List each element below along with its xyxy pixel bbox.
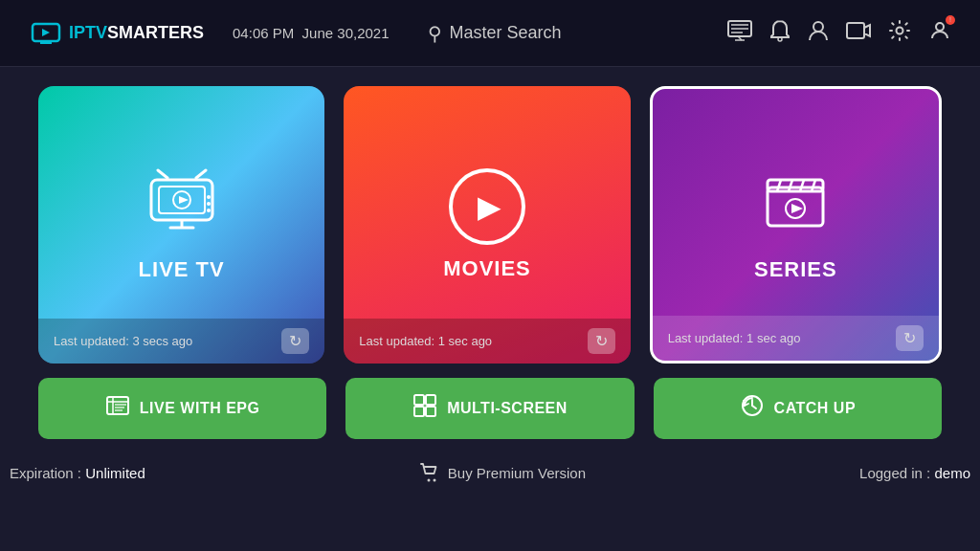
catch-up-button[interactable]: CATCH UP: [654, 378, 942, 439]
epg-icon[interactable]: [727, 20, 752, 47]
movies-card[interactable]: ▶ MOVIES Last updated: 1 sec ago ↻: [344, 86, 630, 364]
series-updated: Last updated: 1 sec ago: [668, 331, 801, 345]
svg-point-14: [897, 27, 903, 33]
catch-up-label: CATCH UP: [774, 400, 856, 417]
movies-footer: Last updated: 1 sec ago ↻: [344, 319, 630, 364]
cards-row: LIVE TV Last updated: 3 secs ago ↻ ▶ MOV…: [38, 86, 942, 364]
movies-refresh[interactable]: ↻: [588, 328, 615, 354]
svg-rect-12: [847, 23, 864, 38]
live-tv-footer: Last updated: 3 secs ago ↻: [38, 319, 324, 364]
footer: Expiration : Unlimited Buy Premium Versi…: [0, 462, 980, 483]
search-label: Master Search: [450, 23, 562, 43]
movies-updated: Last updated: 1 sec ago: [359, 334, 492, 348]
series-icon: [760, 168, 832, 246]
series-title: SERIES: [754, 257, 837, 282]
bottom-buttons-row: LIVE WITH EPG MULTI-SCREEN: [38, 378, 942, 439]
expiration-value: Unlimited: [85, 465, 145, 481]
svg-marker-34: [791, 204, 803, 213]
svg-marker-1: [42, 29, 50, 36]
multi-screen-button[interactable]: MULTI-SCREEN: [345, 378, 634, 439]
record-icon[interactable]: [846, 20, 871, 47]
multi-screen-icon: [412, 393, 437, 424]
header-icons: !: [727, 19, 951, 48]
datetime: 04:06 PM June 30,2021: [233, 25, 389, 41]
svg-point-47: [433, 479, 435, 482]
svg-point-11: [813, 22, 823, 32]
notification-icon[interactable]: [769, 19, 791, 48]
live-tv-refresh[interactable]: ↻: [281, 328, 309, 354]
search-area[interactable]: ⚲ Master Search: [428, 22, 727, 45]
profile-icon[interactable]: !: [928, 19, 951, 48]
svg-point-10: [778, 37, 782, 41]
cart-icon: [419, 462, 440, 483]
svg-line-31: [800, 180, 804, 191]
svg-line-32: [812, 180, 815, 191]
expiration-text: Expiration : Unlimited: [10, 465, 145, 481]
live-tv-title: LIVE TV: [139, 257, 225, 282]
series-card[interactable]: SERIES Last updated: 1 sec ago ↻: [650, 86, 942, 364]
buy-premium-button[interactable]: Buy Premium Version: [419, 462, 586, 483]
catch-up-icon: [740, 393, 765, 424]
user-icon[interactable]: [808, 19, 829, 48]
logo: IPTVSMARTERS: [29, 16, 204, 51]
svg-rect-41: [414, 395, 424, 405]
logo-prefix: IPTV: [69, 23, 107, 42]
svg-rect-42: [426, 395, 435, 405]
logged-in-text: Logged in : demo: [859, 465, 970, 481]
notification-badge: !: [946, 15, 955, 25]
svg-point-24: [207, 195, 211, 199]
header: IPTVSMARTERS 04:06 PM June 30,2021 ⚲ Mas…: [0, 0, 980, 67]
settings-icon[interactable]: [888, 19, 911, 48]
movies-play-icon: ▶: [449, 168, 525, 245]
live-epg-icon: [105, 393, 130, 424]
live-epg-label: LIVE WITH EPG: [140, 400, 260, 417]
main-content: LIVE TV Last updated: 3 secs ago ↻ ▶ MOV…: [0, 67, 980, 458]
svg-point-46: [427, 479, 430, 482]
svg-line-17: [196, 170, 206, 178]
tv-icon: [144, 168, 220, 246]
svg-point-26: [207, 209, 211, 212]
series-refresh[interactable]: ↻: [896, 325, 924, 351]
svg-rect-35: [107, 397, 128, 414]
live-tv-card[interactable]: LIVE TV Last updated: 3 secs ago ↻: [38, 86, 324, 364]
buy-premium-label: Buy Premium Version: [448, 465, 586, 481]
search-icon: ⚲: [428, 22, 442, 45]
multi-screen-label: MULTI-SCREEN: [447, 400, 568, 417]
movies-title: MOVIES: [443, 256, 531, 281]
svg-rect-44: [426, 407, 435, 416]
svg-point-25: [207, 202, 211, 206]
logo-text: IPTVSMARTERS: [69, 23, 204, 43]
svg-marker-21: [179, 196, 189, 204]
logged-in-value: demo: [934, 465, 970, 481]
svg-rect-43: [414, 407, 424, 416]
svg-line-16: [158, 170, 167, 178]
iptv-logo-icon: [29, 16, 63, 51]
live-epg-button[interactable]: LIVE WITH EPG: [38, 378, 326, 439]
series-footer: Last updated: 1 sec ago ↻: [653, 316, 939, 361]
svg-marker-13: [864, 25, 870, 36]
svg-point-15: [936, 23, 944, 31]
live-tv-updated: Last updated: 3 secs ago: [54, 334, 192, 348]
svg-line-29: [777, 180, 781, 191]
svg-line-30: [789, 180, 792, 191]
